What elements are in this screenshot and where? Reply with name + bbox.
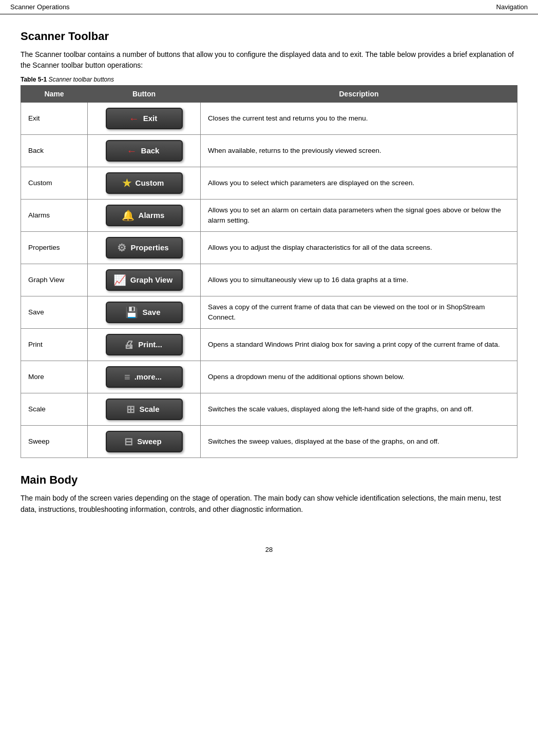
main-body-desc: The main body of the screen varies depen…: [21, 493, 517, 515]
button-label: Save: [142, 307, 160, 318]
row-name: Save: [21, 296, 88, 329]
row-description: Switches the scale values, displayed alo…: [201, 393, 517, 426]
btn-graphview-icon: 📈: [113, 273, 126, 288]
col-description: Description: [201, 86, 517, 103]
page-footer: 28: [0, 535, 538, 564]
table-row: Properties⚙PropertiesAllows you to adjus…: [21, 232, 517, 264]
button-sweep[interactable]: ⊟Sweep: [106, 431, 183, 452]
page-header: Scanner Operations Navigation: [0, 0, 538, 14]
row-name: Back: [21, 135, 88, 167]
row-name: Scale: [21, 393, 88, 426]
table-row: Graph View📈Graph ViewAllows you to simul…: [21, 264, 517, 296]
table-row: Save💾SaveSaves a copy of the current fra…: [21, 296, 517, 329]
row-button: ⊞Scale: [88, 393, 201, 426]
button-label: Properties: [130, 242, 168, 253]
header-left: Scanner Operations: [10, 3, 70, 11]
row-button: ⚙Properties: [88, 232, 201, 264]
row-description: Switches the sweep values, displayed at …: [201, 426, 517, 458]
table-row: Scale⊞ScaleSwitches the scale values, di…: [21, 393, 517, 426]
row-description: Allows you to simultaneously view up to …: [201, 264, 517, 296]
button-label: Print...: [138, 339, 162, 350]
row-button: ←Back: [88, 135, 201, 167]
button-label: Back: [141, 145, 160, 156]
scanner-toolbar-table: Name Button Description Exit←ExitCloses …: [21, 85, 517, 458]
btn-more-icon: ≡: [124, 370, 130, 385]
btn-exit-icon: ←: [129, 111, 139, 126]
row-name: Print: [21, 329, 88, 361]
row-button: 💾Save: [88, 296, 201, 329]
btn-print-icon: 🖨: [124, 337, 134, 352]
row-description: Allows you to adjust the display charact…: [201, 232, 517, 264]
table-row: Print🖨Print...Opens a standard Windows P…: [21, 329, 517, 361]
row-name: Custom: [21, 167, 88, 200]
btn-properties-icon: ⚙: [117, 241, 126, 255]
row-name: Properties: [21, 232, 88, 264]
col-name: Name: [21, 86, 88, 103]
scanner-toolbar-title: Scanner Toolbar: [21, 30, 517, 43]
btn-alarms-icon: 🔔: [122, 208, 134, 223]
row-description: Opens a dropdown menu of the additional …: [201, 361, 517, 393]
row-description: Opens a standard Windows Print dialog bo…: [201, 329, 517, 361]
row-button: 📈Graph View: [88, 264, 201, 296]
table-row: More≡.more...Opens a dropdown menu of th…: [21, 361, 517, 393]
table-header-row: Name Button Description: [21, 86, 517, 103]
btn-custom-icon: ★: [122, 176, 131, 191]
btn-sweep-icon: ⊟: [124, 434, 133, 449]
btn-scale-icon: ⊞: [126, 402, 135, 417]
row-button: ←Exit: [88, 103, 201, 135]
row-description: When available, returns to the previousl…: [201, 135, 517, 167]
row-description: Allows you to set an alarm on certain da…: [201, 200, 517, 232]
button-scale[interactable]: ⊞Scale: [106, 399, 183, 420]
row-button: 🖨Print...: [88, 329, 201, 361]
button-label: .more...: [134, 371, 162, 383]
button-custom[interactable]: ★Custom: [106, 172, 183, 194]
button-graph-view[interactable]: 📈Graph View: [106, 269, 183, 291]
row-name: Alarms: [21, 200, 88, 232]
button-label: Sweep: [137, 436, 162, 447]
button-label: Graph View: [130, 274, 172, 286]
row-description: Closes the current test and returns you …: [201, 103, 517, 135]
header-right: Navigation: [496, 3, 528, 11]
row-button: ⊟Sweep: [88, 426, 201, 458]
row-button: ≡.more...: [88, 361, 201, 393]
button-label: Scale: [139, 404, 159, 415]
col-button: Button: [88, 86, 201, 103]
row-description: Saves a copy of the current frame of dat…: [201, 296, 517, 329]
button-back[interactable]: ←Back: [106, 140, 183, 162]
button-label: Exit: [143, 113, 158, 124]
btn-back-icon: ←: [127, 144, 137, 158]
row-button: ★Custom: [88, 167, 201, 200]
row-button: 🔔Alarms: [88, 200, 201, 232]
table-caption: Table 5-1 Scanner toolbar buttons: [21, 76, 517, 83]
btn-save-icon: 💾: [125, 305, 138, 320]
table-row: Back←BackWhen available, returns to the …: [21, 135, 517, 167]
button-save[interactable]: 💾Save: [106, 302, 183, 323]
button-exit[interactable]: ←Exit: [106, 108, 183, 129]
table-row: Custom★CustomAllows you to select which …: [21, 167, 517, 200]
button-label: Alarms: [139, 210, 165, 221]
table-row: Alarms🔔AlarmsAllows you to set an alarm …: [21, 200, 517, 232]
row-name: More: [21, 361, 88, 393]
button-print[interactable]: 🖨Print...: [106, 334, 183, 355]
row-name: Sweep: [21, 426, 88, 458]
row-name: Graph View: [21, 264, 88, 296]
button-more[interactable]: ≡.more...: [106, 366, 183, 388]
table-row: Sweep⊟SweepSwitches the sweep values, di…: [21, 426, 517, 458]
scanner-toolbar-desc: The Scanner toolbar contains a number of…: [21, 49, 517, 71]
button-alarms[interactable]: 🔔Alarms: [106, 205, 183, 226]
page-number: 28: [265, 546, 273, 553]
button-label: Custom: [136, 177, 164, 189]
row-description: Allows you to select which parameters ar…: [201, 167, 517, 200]
main-body-title: Main Body: [21, 473, 517, 487]
row-name: Exit: [21, 103, 88, 135]
table-row: Exit←ExitCloses the current test and ret…: [21, 103, 517, 135]
button-properties[interactable]: ⚙Properties: [106, 237, 183, 258]
page-content: Scanner Toolbar The Scanner toolbar cont…: [0, 14, 538, 535]
